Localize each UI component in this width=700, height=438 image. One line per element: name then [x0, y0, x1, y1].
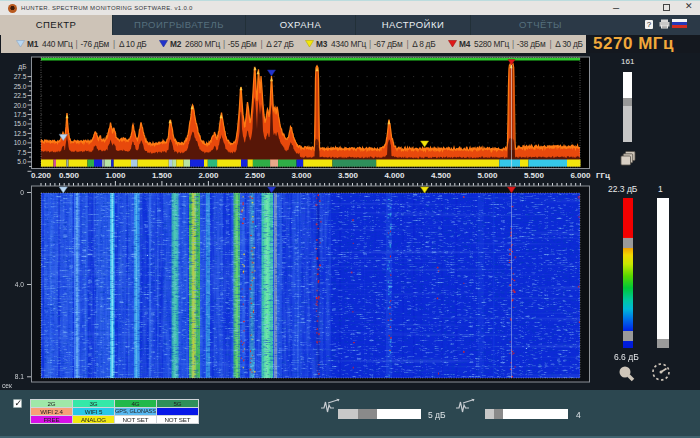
svg-text:0.200: 0.200 [31, 171, 52, 180]
svg-text:10.0: 10.0 [14, 139, 27, 146]
svg-text:3.500: 3.500 [338, 171, 359, 180]
svg-text:25.0: 25.0 [14, 83, 27, 90]
svg-text:сек: сек [2, 382, 12, 389]
svg-text:0.500: 0.500 [59, 171, 80, 180]
svg-text:1.000: 1.000 [105, 171, 126, 180]
svg-text:4.500: 4.500 [431, 171, 452, 180]
svg-text:22.5: 22.5 [14, 92, 27, 99]
svg-text:3.000: 3.000 [291, 171, 312, 180]
svg-text:27.5: 27.5 [14, 73, 27, 80]
svg-text:6.000: 6.000 [570, 171, 591, 180]
svg-text:8.1: 8.1 [15, 373, 24, 380]
svg-text:7.5: 7.5 [17, 149, 26, 156]
svg-text:0: 0 [20, 189, 24, 196]
svg-text:2.500: 2.500 [245, 171, 266, 180]
svg-text:5.000: 5.000 [477, 171, 498, 180]
svg-text:4.0: 4.0 [15, 281, 24, 288]
svg-text:5.0: 5.0 [17, 158, 26, 165]
svg-text:2.000: 2.000 [198, 171, 219, 180]
svg-text:дБ: дБ [18, 63, 26, 71]
svg-text:20.0: 20.0 [14, 102, 27, 109]
svg-text:17.5: 17.5 [14, 111, 27, 118]
svg-text:12.5: 12.5 [14, 130, 27, 137]
svg-text:5.500: 5.500 [524, 171, 545, 180]
svg-text:1.500: 1.500 [152, 171, 173, 180]
svg-text:4.000: 4.000 [384, 171, 405, 180]
svg-text:15.0: 15.0 [14, 120, 27, 127]
